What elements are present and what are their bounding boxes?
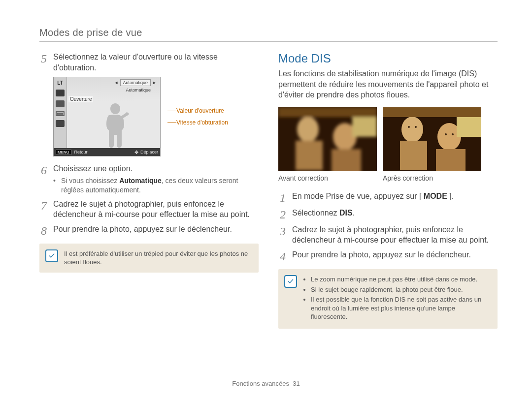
bullet-icon: • — [53, 176, 58, 195]
right-column: Mode DIS Les fonctions de stabilisation … — [278, 52, 498, 329]
step-text: Cadrez le sujet à photographier, puis en… — [53, 199, 259, 220]
caption-after: Après correction — [383, 174, 481, 182]
svg-point-14 — [408, 126, 410, 128]
footer-page: 31 — [293, 380, 299, 387]
svg-point-8 — [401, 117, 423, 142]
substep-prefix: Si vous choisissez — [61, 177, 119, 185]
camera-lt-label: LT — [57, 80, 63, 86]
camera-screen-wrap: LT ◄ Automatique ► Automatique — [53, 77, 259, 156]
svg-rect-3 — [296, 141, 323, 170]
right-step-1: 1 En mode Prise de vue, appuyez sur [ MO… — [278, 191, 498, 204]
mode-dis-title: Mode DIS — [278, 52, 498, 65]
left-column: 5 Sélectionnez la valeur d'ouverture ou … — [39, 52, 259, 329]
camera-move-group: ✥ Déplacer — [134, 150, 158, 155]
camera-sidebar-icon — [56, 100, 65, 107]
menu-icon: MENU — [56, 150, 71, 155]
svg-rect-5 — [278, 107, 377, 117]
navigate-icon: ✥ — [134, 150, 138, 155]
camera-return-label: Retour — [74, 150, 88, 154]
footer-section: Fonctions avancées — [232, 380, 289, 387]
step-number: 1 — [278, 192, 287, 204]
step-number: 3 — [278, 225, 287, 237]
camera-sidebar-icon — [56, 120, 65, 127]
step-number: 5 — [39, 53, 48, 64]
step-text: Choisissez une option. • Si vous choisis… — [53, 163, 259, 194]
svg-rect-11 — [436, 149, 466, 171]
step-text: En mode Prise de vue, appuyez sur [ MODE… — [292, 191, 498, 202]
note-item: Il est possible que la fonction DIS ne s… — [311, 295, 491, 321]
right-step-4: 4 Pour prendre la photo, appuyez sur le … — [278, 249, 498, 262]
camera-auto-label: Automatique — [123, 87, 153, 93]
camera-callouts: Valeur d'ouverture Vitesse d'obturation — [167, 107, 228, 126]
camera-row-shutter: Automatique — [66, 87, 158, 93]
callout-aperture: Valeur d'ouverture — [176, 107, 224, 114]
step-7: 7 Cadrez le sujet à photographier, puis … — [39, 199, 259, 220]
page-footer: Fonctions avancées 31 — [0, 380, 532, 387]
note-box-left: Il est préférable d'utiliser un trépied … — [39, 244, 259, 273]
note-item: Si le sujet bouge rapidement, la photo p… — [311, 285, 491, 294]
step-number: 7 — [39, 200, 48, 212]
svg-rect-6 — [352, 117, 377, 137]
section-header: Modes de prise de vue — [39, 27, 498, 42]
camera-bottom-bar: MENU Retour ✥ Déplacer — [54, 148, 160, 156]
camera-row-aperture: ◄ Automatique ► — [66, 79, 158, 86]
comparison-photos — [278, 107, 498, 171]
callout-shutter: Vitesse d'obturation — [176, 119, 228, 126]
svg-rect-4 — [332, 149, 361, 171]
photo-captions: Avant correction Après correction — [278, 174, 498, 182]
step-number: 4 — [278, 250, 287, 262]
step-8: 8 Pour prendre la photo, appuyez sur le … — [39, 224, 259, 237]
silhouette-icon — [98, 99, 133, 149]
step-text: Sélectionnez la valeur d'ouverture ou la… — [53, 52, 259, 73]
note-icon — [284, 275, 297, 288]
svg-point-17 — [452, 133, 454, 135]
chevron-left-icon: ◄ — [113, 80, 120, 85]
step-text: Pour prendre la photo, appuyez sur le dé… — [292, 249, 498, 260]
right-step-2: 2 Sélectionnez DIS. — [278, 208, 498, 220]
mode-dis-intro: Les fonctions de stabilisation numérique… — [278, 68, 498, 100]
step-text: Cadrez le sujet à photographier, puis en… — [292, 224, 498, 246]
camera-auto-pill: Automatique — [120, 79, 151, 86]
step-number: 2 — [278, 209, 287, 220]
note-list: Le zoom numérique ne peut pas être utili… — [303, 275, 491, 323]
svg-point-1 — [297, 117, 319, 142]
camera-screen: LT ◄ Automatique ► Automatique — [53, 77, 161, 156]
svg-rect-12 — [383, 107, 481, 117]
step-text: Sélectionnez DIS. — [292, 208, 498, 218]
right-step-3: 3 Cadrez le sujet à photographier, puis … — [278, 224, 498, 246]
photo-before — [278, 107, 377, 171]
camera-sidebar-icon — [56, 90, 65, 96]
svg-point-15 — [415, 126, 417, 128]
svg-rect-13 — [457, 117, 481, 137]
note-icon — [45, 249, 58, 262]
camera-move-label: Déplacer — [140, 150, 158, 154]
camera-row-label: Ouverture — [68, 96, 93, 102]
step-text: Pour prendre la photo, appuyez sur le dé… — [53, 224, 259, 235]
step-6: 6 Choisissez une option. • Si vous chois… — [39, 163, 259, 194]
step-number: 6 — [39, 164, 48, 176]
caption-before: Avant correction — [278, 174, 377, 182]
step-number: 8 — [39, 225, 48, 237]
substep-bold: Automatique — [119, 177, 162, 185]
note-box-right: Le zoom numérique ne peut pas être utili… — [278, 269, 498, 329]
note-text: Il est préférable d'utiliser un trépied … — [64, 249, 252, 267]
note-item: Le zoom numérique ne peut pas être utili… — [311, 275, 491, 284]
svg-rect-10 — [400, 141, 427, 170]
photo-after — [383, 107, 481, 171]
camera-sidebar: LT — [54, 77, 67, 156]
step-5: 5 Sélectionnez la valeur d'ouverture ou … — [39, 52, 259, 73]
svg-point-16 — [445, 133, 447, 135]
chevron-right-icon: ► — [151, 80, 158, 85]
